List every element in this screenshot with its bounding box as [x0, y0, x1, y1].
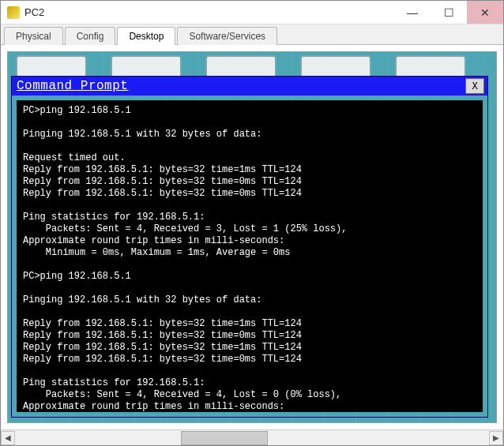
tab-desktop[interactable]: Desktop	[117, 27, 175, 45]
tabbar: Physical Config Desktop Software/Service…	[1, 24, 503, 45]
scroll-track[interactable]	[15, 431, 489, 445]
scroll-thumb[interactable]	[181, 431, 268, 445]
tab-physical[interactable]: Physical	[4, 27, 63, 45]
horizontal-scrollbar: ◀ ▶	[1, 429, 503, 445]
command-prompt-close-button[interactable]: X	[465, 78, 484, 94]
scroll-left-button[interactable]: ◀	[1, 431, 15, 445]
command-prompt-window: Command Prompt X PC>ping 192.168.5.1 Pin…	[11, 76, 488, 418]
command-prompt-body[interactable]: PC>ping 192.168.5.1 Pinging 192.168.5.1 …	[17, 100, 483, 412]
app-icon	[7, 6, 20, 19]
titlebar: PC2 — ☐ ✕	[1, 1, 503, 24]
desktop-background: Command Prompt X PC>ping 192.168.5.1 Pin…	[7, 51, 497, 423]
scroll-right-button[interactable]: ▶	[489, 431, 503, 445]
command-prompt-title: Command Prompt	[17, 79, 465, 93]
maximize-button[interactable]: ☐	[431, 1, 467, 24]
window-controls: — ☐ ✕	[394, 1, 503, 24]
close-button[interactable]: ✕	[467, 1, 503, 24]
tab-software-services[interactable]: Software/Services	[177, 27, 277, 45]
tab-config[interactable]: Config	[65, 27, 116, 45]
desktop-pane: Command Prompt X PC>ping 192.168.5.1 Pin…	[1, 45, 503, 429]
window-title: PC2	[24, 6, 394, 18]
command-prompt-titlebar[interactable]: Command Prompt X	[12, 77, 487, 96]
minimize-button[interactable]: —	[394, 1, 431, 24]
